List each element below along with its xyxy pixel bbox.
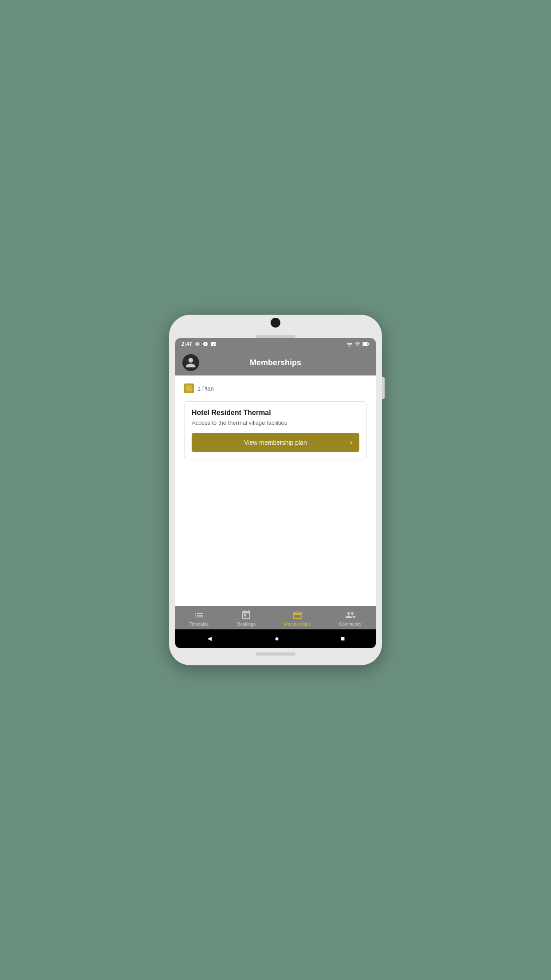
- status-right: [346, 341, 370, 347]
- bookings-label: Bookings: [237, 622, 256, 627]
- plan-count-text: 1 Plan: [197, 385, 214, 392]
- user-avatar-icon: [185, 357, 197, 368]
- volume-button: [382, 377, 385, 399]
- plan-icon-inner: [186, 385, 192, 391]
- phone-screen: 2:47: [175, 338, 376, 648]
- front-camera: [271, 318, 280, 328]
- status-left: 2:47: [181, 341, 216, 347]
- timetable-label: Timetable: [189, 622, 209, 627]
- speaker: [256, 335, 295, 338]
- membership-description: Access to the thermal village facilities: [192, 419, 359, 426]
- media-icon: [203, 341, 208, 347]
- battery-icon: [362, 341, 370, 347]
- nfc-icon: [211, 341, 216, 347]
- chevron-right-icon: ›: [350, 439, 352, 447]
- bottom-navigation: Timetable Bookings Memberships: [175, 606, 376, 629]
- android-back-button[interactable]: ◄: [206, 635, 213, 643]
- view-plan-button[interactable]: View membership plan ›: [192, 433, 359, 452]
- status-time: 2:47: [181, 341, 192, 347]
- content-area: 1 Plan Hotel Resident Thermal Access to …: [175, 375, 376, 606]
- membership-card: Hotel Resident Thermal Access to the the…: [184, 401, 367, 459]
- plan-count-icon: [184, 383, 194, 393]
- community-icon: [345, 610, 356, 620]
- phone-frame: 2:47: [169, 315, 382, 665]
- svg-rect-2: [363, 343, 367, 345]
- bookings-icon: [241, 610, 252, 620]
- membership-name: Hotel Resident Thermal: [192, 409, 359, 417]
- timetable-icon: [194, 610, 205, 620]
- memberships-icon: [292, 610, 303, 620]
- phone-bottom-bar: [256, 652, 295, 656]
- settings-icon: [195, 341, 200, 347]
- community-label: Community: [339, 622, 362, 627]
- app-header: Memberships: [175, 350, 376, 375]
- nav-item-timetable[interactable]: Timetable: [189, 610, 209, 627]
- signal-icon: [355, 341, 360, 347]
- android-home-button[interactable]: ●: [275, 635, 279, 643]
- status-bar: 2:47: [175, 338, 376, 350]
- nav-item-bookings[interactable]: Bookings: [237, 610, 256, 627]
- page-title: Memberships: [205, 358, 346, 368]
- view-plan-label: View membership plan: [244, 439, 307, 446]
- plan-count-row: 1 Plan: [184, 383, 367, 393]
- memberships-label: Memberships: [284, 622, 311, 627]
- android-nav-bar: ◄ ● ■: [175, 629, 376, 648]
- svg-rect-1: [369, 343, 370, 344]
- android-recent-button[interactable]: ■: [341, 635, 345, 643]
- nav-item-memberships[interactable]: Memberships: [284, 610, 311, 627]
- nav-item-community[interactable]: Community: [339, 610, 362, 627]
- avatar[interactable]: [182, 354, 199, 371]
- wifi-icon: [346, 342, 353, 347]
